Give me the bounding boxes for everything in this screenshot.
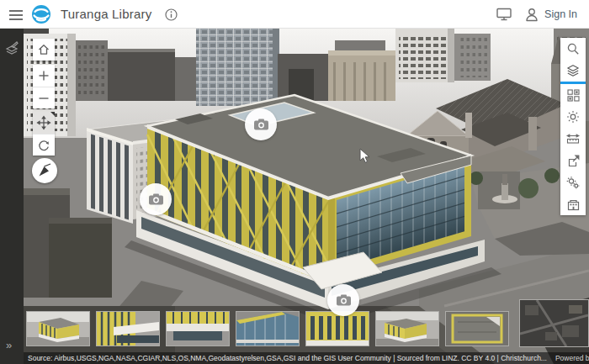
expand-panel-button[interactable]: »	[6, 340, 12, 351]
slide-thumbnail[interactable]	[236, 311, 300, 346]
app-header: Turanga Library Sign In	[0, 0, 589, 29]
page-title: Turanga Library	[61, 0, 151, 29]
side-panel-rail: »	[0, 29, 24, 364]
scene-viewer-app: Turanga Library Sign In	[0, 0, 589, 364]
esri-globe-logo	[31, 4, 51, 24]
search-tool-button[interactable]	[560, 38, 586, 60]
attribution-text: Source: Airbus,USGS,NGA,NASA,CGIAR,NLS,O…	[28, 352, 547, 364]
person-icon	[525, 8, 539, 22]
zoom-controls	[33, 65, 55, 108]
camera-slide-marker[interactable]	[140, 183, 172, 215]
measure-tool-button[interactable]	[560, 128, 586, 150]
camera-slide-marker[interactable]	[327, 284, 359, 316]
slide-thumbnail[interactable]	[26, 311, 90, 346]
buildings-tool-button[interactable]	[560, 193, 586, 215]
share-tool-button[interactable]	[560, 150, 586, 171]
menu-icon[interactable]	[9, 8, 23, 19]
presentation-icon[interactable]	[496, 8, 512, 21]
layers-tool-button[interactable]	[560, 60, 586, 82]
daylight-tool-button[interactable]	[560, 106, 586, 128]
camera-icon	[254, 119, 268, 130]
home-button[interactable]	[33, 39, 55, 61]
settings-tool-button[interactable]	[560, 171, 586, 193]
slide-thumbnail[interactable]	[305, 311, 369, 346]
basemap-tool-button[interactable]	[560, 84, 586, 106]
sign-in-label: Sign In	[544, 8, 577, 20]
compass-button[interactable]	[32, 158, 57, 183]
zoom-out-button[interactable]	[33, 87, 55, 108]
sign-in-button[interactable]: Sign In	[525, 8, 577, 22]
sketch-layers-icon[interactable]	[4, 40, 19, 55]
rotate-tool-button[interactable]	[33, 134, 55, 156]
slide-thumbnail[interactable]	[166, 311, 230, 346]
compass-needle-icon	[35, 161, 54, 180]
slide-thumbnail[interactable]	[96, 311, 160, 346]
slide-thumbnail[interactable]	[375, 311, 439, 346]
tools-toolbar	[560, 38, 586, 215]
pan-tool-button[interactable]	[33, 112, 55, 134]
camera-icon	[337, 294, 351, 306]
camera-icon	[149, 193, 163, 205]
zoom-in-button[interactable]	[33, 65, 55, 87]
slide-thumbnail[interactable]	[519, 299, 589, 347]
camera-slide-marker[interactable]	[245, 108, 277, 140]
slide-thumbnail[interactable]	[445, 311, 509, 346]
attribution-bar: Source: Airbus,USGS,NGA,NASA,CGIAR,NLS,O…	[24, 352, 589, 364]
navigation-mode-controls	[33, 112, 55, 156]
info-icon[interactable]	[165, 8, 178, 21]
powered-by-esri-label: Powered by Esri	[555, 352, 589, 364]
